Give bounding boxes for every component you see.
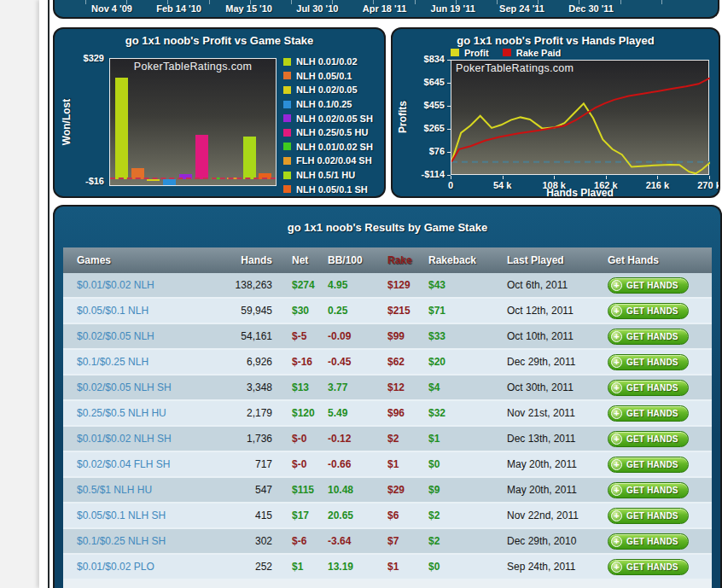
y-tick-label: -$114 <box>393 169 445 179</box>
get-hands-button[interactable]: +GET HANDS <box>608 277 689 294</box>
game-stake-link[interactable]: $0.01/$0.02 NLH SH <box>63 433 219 445</box>
rakeback-value: $0 <box>428 561 507 573</box>
rake-value: $99 <box>387 330 428 342</box>
y-tick-label: $265 <box>393 123 445 133</box>
column-header-net[interactable]: Net <box>292 254 328 266</box>
get-hands-button[interactable]: +GET HANDS <box>608 303 689 319</box>
get-hands-label: GET HANDS <box>626 537 678 546</box>
get-hands-button[interactable]: +GET HANDS <box>608 533 689 550</box>
legend-label: NLH 0.05/0.1 SH <box>296 184 368 195</box>
y-tick-label: $455 <box>393 100 445 110</box>
game-stake-link[interactable]: $0.01/$0.02 NLH <box>77 279 154 291</box>
table-row: $0.02/$0.05 NLH SH3,348$133.77$12$4Oct 3… <box>63 376 712 401</box>
plus-icon: + <box>611 408 622 419</box>
plus-icon: + <box>611 331 622 342</box>
game-stake-link[interactable]: $0.05/$0.1 NLH SH <box>63 509 219 521</box>
game-stake-link[interactable]: $0.01/$0.02 NLH <box>63 279 219 291</box>
game-stake-link[interactable]: $0.1/$0.25 NLH SH <box>63 535 219 547</box>
get-hands-cell: +GET HANDS <box>608 405 712 422</box>
game-stake-link[interactable]: $0.05/$0.1 NLH <box>77 305 148 317</box>
last-played-value: Oct 30th, 2011 <box>507 381 608 393</box>
hands-value: 1,736 <box>219 433 292 445</box>
game-stake-link[interactable]: $0.02/$0.04 FLH SH <box>63 458 219 470</box>
bb100-value: -0.12 <box>328 433 387 445</box>
get-hands-button[interactable]: +GET HANDS <box>608 431 689 447</box>
get-hands-cell: +GET HANDS <box>608 457 712 473</box>
y-min-label: -$16 <box>55 176 104 186</box>
get-hands-button[interactable]: +GET HANDS <box>608 508 689 524</box>
table-row: $0.1/$0.25 NLH6,926$-16-0.45$62$20Dec 29… <box>63 350 712 376</box>
get-hands-button[interactable]: +GET HANDS <box>608 329 689 345</box>
column-header-bb100[interactable]: BB/100 <box>328 254 387 266</box>
game-stake-link[interactable]: $0.01/$0.02 NLH SH <box>77 433 172 445</box>
timeline-date-label: Jul 30 '10 <box>296 3 338 14</box>
legend-swatch-icon <box>283 172 291 179</box>
game-stake-link[interactable]: $0.02/$0.04 FLH SH <box>77 458 170 470</box>
game-stake-link[interactable]: $0.5/$1 NLH HU <box>77 484 152 496</box>
rakeback-value: $1 <box>428 433 507 445</box>
rakeback-value: $43 <box>428 279 507 291</box>
net-value: $115 <box>292 484 328 496</box>
legend-label: NLH 0.02/0.05 <box>296 84 358 95</box>
y-tick <box>447 152 451 153</box>
results-by-stake-panel: go 1x1 noob's Results by Game Stake Game… <box>53 205 722 588</box>
column-header-last-played[interactable]: Last Played <box>507 254 608 266</box>
net-value: $-0 <box>292 433 328 445</box>
rakeback-value: $4 <box>428 381 507 393</box>
timeline-date-label: Dec 30 '11 <box>568 3 614 14</box>
game-stake-link[interactable]: $0.02/$0.05 NLH <box>77 330 154 342</box>
get-hands-cell: +GET HANDS <box>608 559 712 575</box>
rake-value: $7 <box>387 535 428 547</box>
legend-swatch-icon <box>283 86 291 94</box>
y-tick-label: $645 <box>393 77 445 87</box>
game-stake-link[interactable]: $0.02/$0.05 NLH SH <box>63 381 219 393</box>
bb100-value: 3.77 <box>328 381 387 393</box>
net-value: $13 <box>292 381 328 393</box>
date-range-slider[interactable]: Nov 4 '09Feb 14 '10May 15 '10Jul 30 '10A… <box>53 0 719 19</box>
get-hands-button[interactable]: +GET HANDS <box>608 457 689 473</box>
game-stake-link[interactable]: $0.1/$0.25 NLH SH <box>77 535 166 547</box>
game-stake-link[interactable]: $0.01/$0.02 PLO <box>77 561 154 573</box>
game-stake-link[interactable]: $0.25/$0.5 NLH HU <box>63 407 219 419</box>
game-stake-link[interactable]: $0.05/$0.1 NLH SH <box>77 509 166 521</box>
game-stake-link[interactable]: $0.25/$0.5 NLH HU <box>77 407 166 419</box>
column-header-rake[interactable]: Rake <box>387 254 428 266</box>
bar-nlh-0-1-0-25 <box>163 179 176 185</box>
game-stake-link[interactable]: $0.02/$0.05 NLH <box>63 330 219 342</box>
game-stake-link[interactable]: $0.01/$0.02 PLO <box>63 561 219 573</box>
column-header-games[interactable]: Games <box>63 254 219 266</box>
legend-label: NLH 0.05/0.1 <box>296 71 352 81</box>
game-stake-link[interactable]: $0.1/$0.25 NLH <box>77 356 148 368</box>
game-stake-link[interactable]: $0.1/$0.25 NLH <box>63 356 219 368</box>
net-value: $-0 <box>292 458 328 470</box>
rakeback-value: $32 <box>428 407 507 419</box>
page: Nov 4 '09Feb 14 '10May 15 '10Jul 30 '10A… <box>0 0 722 588</box>
hands-value: 252 <box>219 561 292 573</box>
legend-swatch-icon <box>283 143 291 150</box>
get-hands-button[interactable]: +GET HANDS <box>608 482 689 498</box>
game-stake-link[interactable]: $0.02/$0.05 NLH SH <box>77 381 172 393</box>
legend-label: NLH 0.01/0.02 SH <box>296 142 373 152</box>
get-hands-button[interactable]: +GET HANDS <box>608 559 689 575</box>
column-header-hands[interactable]: Hands <box>219 254 292 266</box>
column-header-rakeback[interactable]: Rakeback <box>428 254 507 266</box>
get-hands-label: GET HANDS <box>626 358 678 367</box>
game-stake-link[interactable]: $0.5/$1 NLH HU <box>63 484 219 496</box>
get-hands-button[interactable]: +GET HANDS <box>608 405 689 422</box>
y-tick <box>447 83 451 84</box>
net-value: $-5 <box>292 330 328 342</box>
timeline-date-label: Feb 14 '10 <box>156 3 201 14</box>
net-value: $17 <box>292 509 328 521</box>
last-played-value: Nov 22nd, 2011 <box>507 509 608 521</box>
get-hands-button[interactable]: +GET HANDS <box>608 354 689 370</box>
get-hands-button[interactable]: +GET HANDS <box>608 380 689 396</box>
content-area: Nov 4 '09Feb 14 '10May 15 '10Jul 30 '10A… <box>49 0 722 588</box>
bar-nlh-0-02-0-05 <box>147 179 160 181</box>
plus-icon: + <box>611 485 622 496</box>
column-header-get-hands[interactable]: Get Hands <box>608 254 712 266</box>
legend-item: NLH 0.5/1 HU <box>283 168 373 183</box>
get-hands-cell: +GET HANDS <box>608 482 712 498</box>
y-axis-title: Won/Lost <box>61 62 73 182</box>
rake-value: $215 <box>387 305 428 317</box>
game-stake-link[interactable]: $0.05/$0.1 NLH <box>63 305 219 317</box>
